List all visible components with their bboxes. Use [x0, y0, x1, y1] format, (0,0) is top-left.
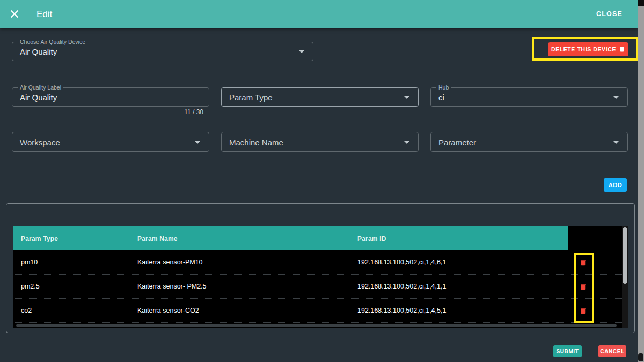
hub-select-value: ci	[438, 93, 444, 102]
cell-actions	[568, 250, 622, 274]
workspace-select-placeholder: Workspace	[20, 137, 60, 146]
cell-param-type: pm10	[13, 258, 129, 266]
air-quality-label-field-value: Air Quality	[20, 93, 57, 102]
page-scrollbar[interactable]	[638, 0, 644, 362]
table-scrollbar-vertical[interactable]	[622, 226, 628, 328]
hub-select-label: Hub	[436, 84, 451, 91]
table-row: pm10 Kaiterra sensor-PM10 192.168.13.100…	[13, 250, 628, 275]
cell-param-id: 192.168.13.100,502,ci,1,4,6,1	[349, 258, 568, 266]
param-type-select[interactable]: Param Type	[221, 87, 419, 107]
parameter-select-placeholder: Parameter	[438, 137, 476, 146]
air-quality-label-field[interactable]: Air Quality Label Air Quality	[12, 87, 209, 107]
close-x-icon[interactable]	[10, 9, 19, 19]
parameter-select[interactable]: Parameter	[430, 132, 628, 152]
chevron-down-icon	[404, 96, 409, 99]
delete-row-trash-icon[interactable]	[579, 283, 587, 291]
param-table: Param Type Param Name Param ID pm10 Kait…	[13, 226, 628, 328]
chevron-down-icon	[613, 141, 619, 144]
chevron-down-icon	[613, 96, 619, 99]
chevron-down-icon	[195, 141, 200, 144]
machine-name-select[interactable]: Machine Name	[221, 132, 419, 152]
close-button[interactable]: CLOSE	[596, 10, 623, 18]
table-scrollbar-horizontal[interactable]	[13, 323, 622, 328]
edit-device-dialog: { "appbar": { "title": "Edit", "close_la…	[0, 0, 644, 362]
table-scrollbar-vertical-thumb[interactable]	[623, 227, 627, 284]
table-row: co2 Kaiterra sensor-CO2 192.168.13.100,5…	[13, 299, 628, 323]
workspace-select[interactable]: Workspace	[12, 132, 209, 152]
page-scrollbar-thumb[interactable]	[638, 0, 644, 6]
param-table-header: Param Type Param Name Param ID	[13, 226, 628, 250]
cell-param-id: 192.168.13.100,502,ci,1,4,1,1	[349, 283, 568, 290]
cell-param-name: Kaiterra sensor-PM10	[129, 258, 349, 266]
chevron-down-icon	[404, 141, 409, 144]
character-counter: 11 / 30	[12, 108, 203, 116]
cell-actions	[568, 275, 622, 298]
delete-device-button[interactable]: DELETE THIS DEVICE	[548, 42, 628, 56]
delete-device-button-label: DELETE THIS DEVICE	[551, 46, 616, 53]
cancel-button-label: CANCEL	[600, 349, 624, 354]
device-select-value: Air Quality	[20, 47, 57, 56]
air-quality-label-field-label: Air Quality Label	[18, 84, 63, 91]
cell-param-id: 192.168.13.100,502,ci,1,4,5,1	[349, 307, 568, 314]
table-scrollbar-horizontal-thumb[interactable]	[16, 324, 617, 327]
cell-param-type: co2	[13, 307, 129, 314]
column-header-param-id: Param ID	[349, 235, 568, 242]
param-table-card: Param Type Param Name Param ID pm10 Kait…	[6, 203, 635, 333]
device-select-label: Choose Air Quality Device	[18, 39, 87, 46]
add-button-label: ADD	[609, 182, 623, 188]
device-select[interactable]: Choose Air Quality Device Air Quality	[12, 42, 313, 61]
submit-button[interactable]: SUBMIT	[553, 345, 582, 357]
chevron-down-icon	[299, 50, 304, 53]
column-header-param-type: Param Type	[13, 235, 129, 242]
submit-button-label: SUBMIT	[557, 349, 579, 354]
delete-row-trash-icon[interactable]	[579, 258, 587, 267]
machine-name-select-placeholder: Machine Name	[229, 137, 283, 146]
param-table-body: pm10 Kaiterra sensor-PM10 192.168.13.100…	[13, 250, 628, 323]
cancel-button[interactable]: CANCEL	[598, 345, 626, 357]
hub-select[interactable]: Hub ci	[430, 87, 628, 107]
cell-param-name: Kaiterra sensor- PM2.5	[129, 283, 349, 290]
cell-actions	[568, 299, 622, 322]
dialog-title: Edit	[36, 9, 52, 20]
add-button[interactable]: ADD	[604, 178, 627, 192]
dialog-header: Edit CLOSE	[0, 0, 638, 28]
column-header-param-name: Param Name	[129, 235, 349, 242]
page-scrollbar-bottom-cap[interactable]	[638, 353, 643, 361]
delete-row-trash-icon[interactable]	[579, 307, 587, 315]
param-type-select-placeholder: Param Type	[229, 93, 273, 102]
table-row: pm2.5 Kaiterra sensor- PM2.5 192.168.13.…	[13, 275, 628, 299]
trash-icon	[619, 46, 625, 53]
cell-param-name: Kaiterra sensor-CO2	[129, 307, 349, 314]
param-table-header-bar: Param Type Param Name Param ID	[13, 226, 568, 250]
cell-param-type: pm2.5	[13, 283, 129, 290]
